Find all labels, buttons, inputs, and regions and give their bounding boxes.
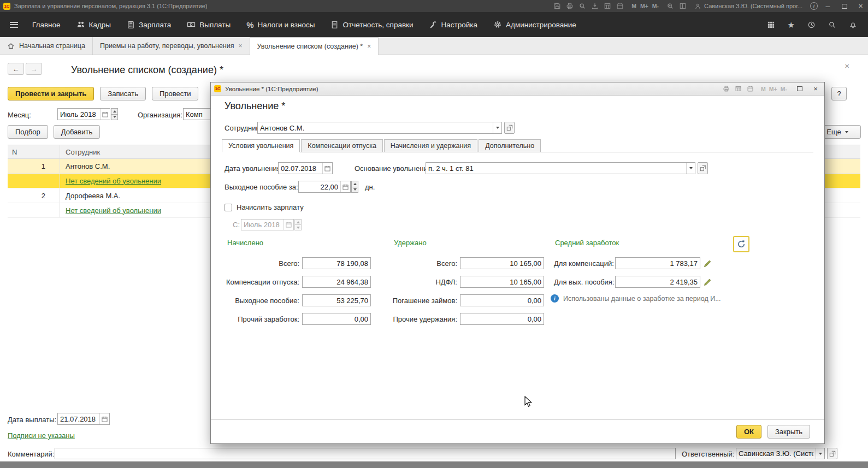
accrued-other-input[interactable]	[302, 313, 371, 325]
memory-m-minus[interactable]: M-	[652, 3, 659, 9]
pay-date-calendar-button[interactable]	[99, 413, 109, 424]
export-icon[interactable]	[591, 2, 599, 10]
ok-button[interactable]: ОК	[736, 425, 761, 439]
dismiss-reason-input[interactable]	[426, 163, 686, 174]
modal-close-button[interactable]: ×	[810, 84, 821, 94]
edit-pencil-icon[interactable]	[704, 278, 712, 286]
accrued-vacation-comp-input[interactable]	[302, 276, 371, 288]
write-button[interactable]: Записать	[100, 87, 146, 100]
memory-m[interactable]: M	[761, 86, 766, 92]
modal-maximize-button[interactable]	[794, 84, 805, 94]
post-and-close-button[interactable]: Провести и закрыть	[8, 87, 94, 100]
apps-grid-icon[interactable]	[767, 21, 775, 29]
responsible-dropdown[interactable]	[816, 448, 824, 459]
calculator-icon	[127, 21, 135, 29]
hamburger-icon[interactable]	[8, 19, 20, 31]
menu-item-salary[interactable]: Зарплата	[127, 21, 171, 29]
menu-item-taxes[interactable]: % Налоги и взносы	[246, 20, 315, 29]
calendar-icon[interactable]	[616, 2, 624, 10]
menu-item-personnel[interactable]: Кадры	[76, 20, 111, 29]
print-icon[interactable]	[566, 2, 574, 10]
comment-input[interactable]	[55, 448, 676, 459]
edit-pencil-icon[interactable]	[704, 259, 712, 268]
month-input[interactable]	[58, 109, 100, 120]
withheld-other-input[interactable]	[460, 313, 544, 325]
info-icon[interactable]: i	[810, 2, 818, 10]
employee-dropdown[interactable]	[493, 122, 501, 133]
signatures-link[interactable]: Подписи не указаны	[8, 431, 75, 440]
no-dismissal-data-link[interactable]: Нет сведений об увольнении	[66, 206, 161, 215]
withheld-ndfl-input[interactable]	[460, 276, 544, 288]
accrue-salary-checkbox[interactable]	[225, 204, 232, 211]
memory-m-minus[interactable]: M-	[781, 86, 787, 92]
modal-footer: ОК Закрыть	[211, 419, 824, 443]
back-button[interactable]: ←	[8, 63, 24, 75]
menu-item-main[interactable]: Главное	[32, 21, 61, 29]
accrued-total-input[interactable]	[302, 257, 371, 269]
tab-dismissal-conditions[interactable]: Условия увольнения	[222, 139, 300, 152]
severance-days-input[interactable]	[299, 181, 340, 192]
dismiss-reason-open-button[interactable]	[698, 162, 708, 174]
favorites-star-icon[interactable]: ★	[788, 21, 795, 29]
add-button[interactable]: Добавить	[54, 125, 100, 139]
close-modal-button[interactable]: Закрыть	[767, 425, 810, 439]
from-month-input[interactable]	[241, 220, 284, 230]
tab-home[interactable]: Начальная страница	[0, 37, 93, 55]
tab-vacation-compensations[interactable]: Компенсации отпуска	[301, 139, 382, 152]
post-button[interactable]: Провести	[152, 87, 199, 100]
modal-print-icon[interactable]	[723, 85, 730, 92]
employee-input[interactable]	[258, 122, 493, 133]
dismiss-date-calendar-button[interactable]	[322, 163, 332, 174]
current-user[interactable]: Савинская З.Ю. (Системный прог...	[704, 3, 802, 9]
menu-item-reports[interactable]: Отчетность, справки	[330, 21, 413, 29]
refresh-button[interactable]	[733, 236, 749, 252]
history-icon[interactable]	[807, 21, 816, 29]
dismiss-reason-dropdown[interactable]	[686, 163, 695, 174]
maximize-button[interactable]	[838, 1, 851, 11]
tab-close-icon[interactable]: ×	[239, 42, 243, 50]
tab-hires-transfers[interactable]: Приемы на работу, переводы, увольнения ×	[93, 37, 250, 55]
table-icon[interactable]	[604, 2, 611, 10]
tab-close-icon[interactable]: ×	[367, 43, 371, 50]
withheld-loans-input[interactable]	[460, 294, 544, 306]
menu-item-payments[interactable]: Выплаты	[187, 20, 231, 29]
menu-item-settings[interactable]: Настройка	[429, 21, 477, 29]
panels-icon[interactable]	[679, 2, 687, 10]
page-close-icon[interactable]: ×	[845, 61, 849, 70]
withheld-total-input[interactable]	[460, 257, 544, 269]
search-icon[interactable]	[828, 21, 836, 29]
notifications-bell-icon[interactable]	[849, 21, 857, 29]
memory-m-plus[interactable]: M+	[640, 3, 648, 9]
month-calendar-button[interactable]	[100, 109, 110, 120]
tab-additional[interactable]: Дополнительно	[479, 139, 541, 152]
zoom-in-icon[interactable]	[666, 2, 674, 10]
pay-date-input[interactable]	[58, 413, 99, 424]
find-icon[interactable]	[578, 2, 586, 10]
pick-button[interactable]: Подбор	[8, 125, 48, 139]
severance-calendar-button[interactable]	[340, 181, 350, 192]
dismiss-date-input[interactable]	[279, 163, 322, 174]
column-n[interactable]: N	[8, 145, 60, 158]
memory-m-plus[interactable]: M+	[769, 86, 777, 92]
menu-item-administration[interactable]: Администрирование	[493, 20, 576, 29]
close-button[interactable]: ×	[854, 1, 867, 11]
no-dismissal-data-link[interactable]: Нет сведений об увольнении	[66, 177, 161, 185]
memory-m[interactable]: M	[631, 3, 636, 9]
avg-severance-input[interactable]	[615, 276, 700, 288]
avg-compensation-input[interactable]	[615, 257, 700, 269]
responsible-open-button[interactable]	[827, 448, 837, 459]
help-button[interactable]: ?	[831, 87, 847, 100]
employee-open-button[interactable]	[504, 122, 515, 134]
severance-spinner[interactable]	[351, 181, 358, 193]
save-icon[interactable]	[553, 2, 561, 10]
minimize-button[interactable]: –	[822, 1, 834, 11]
accrued-severance-input[interactable]	[302, 294, 371, 306]
forward-button[interactable]: →	[26, 63, 42, 75]
responsible-input[interactable]	[736, 448, 816, 459]
modal-calendar-icon[interactable]	[747, 85, 754, 92]
modal-titlebar[interactable]: 1С Увольнение * (1С:Предприятие) M M+ M-…	[211, 82, 824, 96]
tab-accruals-deductions[interactable]: Начисления и удержания	[384, 139, 477, 152]
modal-table-icon[interactable]	[735, 85, 742, 92]
tab-dismissal-list[interactable]: Увольнение списком (создание) * ×	[250, 37, 379, 55]
month-spinner[interactable]	[111, 108, 118, 120]
